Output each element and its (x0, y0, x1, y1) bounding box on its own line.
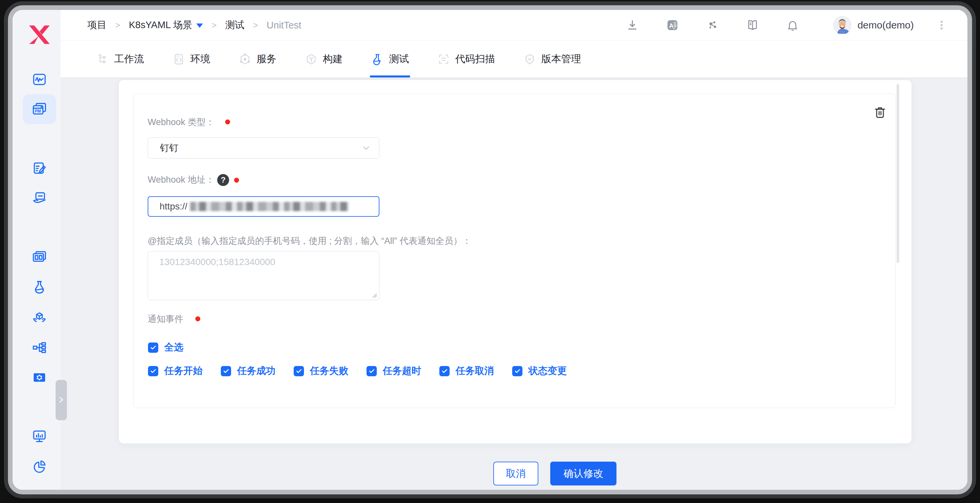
sidebar-item-hosts[interactable] (30, 427, 49, 446)
tab-workflow[interactable]: 工作流 (95, 41, 145, 78)
sidebar-item-reports[interactable] (30, 457, 49, 476)
checkbox-status-change[interactable]: 状态变更 (512, 364, 567, 378)
tab-version[interactable]: 版本管理 (522, 41, 582, 78)
webhook-url-prefix: https:// (159, 201, 188, 212)
breadcrumb-separator: > (253, 20, 258, 30)
breadcrumb-item-test[interactable]: 测试 (225, 19, 244, 32)
app-logo (29, 25, 50, 44)
tab-label: 测试 (389, 52, 409, 66)
checkbox-checked-icon (221, 366, 231, 376)
workflow-icon (96, 53, 109, 65)
tab-service[interactable]: 服务 (237, 41, 278, 78)
flask-icon (32, 291, 47, 296)
help-icon[interactable]: ? (217, 174, 229, 186)
pipeline-tree-icon (32, 351, 47, 356)
sidebar-item-projects[interactable]: PM (30, 100, 49, 118)
sidebar-item-flask[interactable] (30, 278, 49, 297)
breadcrumb-item-project[interactable]: 项目 (88, 19, 107, 32)
service-icon (239, 53, 251, 65)
checkbox-select-all[interactable]: 全选 (148, 341, 183, 354)
svg-text:PM: PM (35, 109, 41, 114)
checkbox-label: 任务开始 (164, 364, 203, 378)
tab-environment[interactable]: 环境 (171, 41, 212, 78)
webhook-type-value: 钉钉 (160, 142, 178, 154)
required-dot (234, 178, 239, 182)
members-field-wrap (148, 251, 379, 300)
checkbox-label: 状态变更 (528, 364, 567, 378)
test-flask-icon (371, 53, 384, 65)
kebab-menu-button[interactable] (934, 18, 949, 32)
svg-text:文: 文 (673, 21, 677, 25)
sidebar: PM (13, 10, 60, 490)
checkbox-label: 任务超时 (383, 364, 421, 378)
required-dot (225, 119, 230, 124)
checkbox-checked-icon (294, 366, 304, 376)
sidebar-item-pipeline[interactable] (30, 338, 49, 357)
tab-label: 工作流 (114, 52, 144, 66)
checkbox-label: 全选 (164, 341, 183, 354)
scrollbar-thumb[interactable] (897, 84, 899, 263)
tab-label: 代码扫描 (455, 52, 495, 66)
sidebar-item-settings[interactable] (30, 368, 49, 387)
checkbox-checked-icon (148, 343, 158, 353)
breadcrumb-separator: > (115, 20, 120, 30)
tab-code-scan[interactable]: 代码扫描 (436, 41, 496, 78)
sidebar-item-package[interactable] (30, 308, 49, 327)
checkbox-checked-icon (512, 366, 522, 376)
webhook-url-input[interactable]: https:// (148, 196, 379, 217)
download-button[interactable] (625, 18, 640, 32)
checkbox-label: 任务取消 (455, 364, 494, 378)
sidebar-item-document-edit[interactable] (30, 159, 49, 178)
breadcrumb-item-unittest: UnitTest (267, 20, 301, 31)
nodes-button[interactable] (705, 18, 720, 32)
sidebar-item-hand-document[interactable] (30, 189, 49, 207)
download-icon (626, 28, 639, 33)
tab-test[interactable]: 测试 (370, 41, 410, 78)
notifications-button[interactable] (785, 18, 800, 32)
package-hands-icon (32, 321, 47, 326)
tab-build[interactable]: 构建 (304, 41, 344, 78)
tab-label: 环境 (190, 52, 210, 66)
sidebar-item-monitor[interactable] (30, 70, 49, 89)
monitor-wave-icon (32, 83, 47, 88)
cancel-button[interactable]: 取消 (493, 462, 538, 486)
checkbox-checked-icon (439, 366, 450, 376)
tab-label: 服务 (256, 52, 277, 66)
user-avatar[interactable] (833, 16, 851, 35)
checkbox-task-start[interactable]: 任务开始 (148, 364, 203, 378)
webhook-type-label: Webhook 类型： (148, 116, 215, 128)
translate-icon: A文 (666, 28, 679, 33)
caret-down-icon[interactable] (196, 24, 203, 28)
translate-button[interactable]: A文 (665, 18, 680, 32)
settings-box-icon (32, 381, 47, 386)
environment-icon (172, 53, 185, 65)
breadcrumb-item-scenario[interactable]: K8sYAML 场景 (129, 19, 203, 32)
required-dot (195, 316, 200, 321)
pie-chart-icon (32, 470, 47, 475)
confirm-button[interactable]: 确认修改 (550, 462, 616, 486)
stacked-cards-icon (32, 260, 47, 265)
checkbox-label: 任务成功 (237, 364, 275, 378)
webhook-url-label: Webhook 地址： (148, 174, 215, 185)
checkbox-task-fail[interactable]: 任务失败 (294, 364, 348, 378)
redacted-url-value (190, 202, 349, 211)
checkbox-task-success[interactable]: 任务成功 (221, 364, 275, 378)
trash-icon (873, 116, 887, 121)
delete-webhook-button[interactable] (873, 104, 887, 120)
docs-button[interactable] (745, 18, 760, 32)
checkbox-task-timeout[interactable]: 任务超时 (366, 364, 421, 378)
code-scan-icon (438, 53, 450, 65)
checkbox-task-cancel[interactable]: 任务取消 (439, 364, 494, 378)
sidebar-collapse-handle[interactable] (56, 380, 67, 420)
kebab-menu-icon (935, 28, 948, 33)
members-textarea[interactable] (148, 251, 379, 300)
breadcrumb: 项目 > K8sYAML 场景 > 测试 > UnitTest (88, 10, 301, 40)
version-icon (523, 53, 536, 65)
checkbox-checked-icon (148, 366, 158, 376)
build-icon (305, 53, 318, 65)
webhook-type-select[interactable]: 钉钉 (148, 137, 379, 159)
sidebar-item-stacked-cards[interactable] (30, 248, 49, 266)
tab-label: 版本管理 (541, 52, 581, 66)
host-chart-icon (32, 440, 47, 445)
user-name[interactable]: demo(demo) (858, 19, 914, 31)
